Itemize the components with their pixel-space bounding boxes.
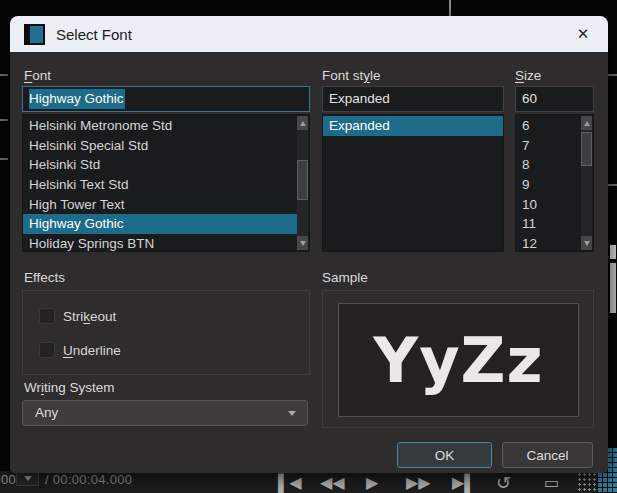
size-list-scrollbar[interactable] (581, 116, 592, 250)
size-label: Size (515, 68, 541, 83)
rewind-icon[interactable]: ◀◀ (320, 475, 345, 491)
screen-icon[interactable]: ▭ (544, 475, 559, 491)
size-list-item[interactable]: 8 (516, 155, 583, 175)
underline-label: Underline (63, 343, 121, 358)
cancel-button[interactable]: Cancel (502, 442, 593, 468)
scroll-up-icon (584, 121, 590, 126)
select-font-dialog: Select Font ✕ Font Highway Gothic Helsin… (10, 16, 608, 473)
dialog-titlebar[interactable]: Select Font ✕ (10, 16, 608, 52)
size-list-item[interactable]: 11 (516, 214, 583, 234)
timeline-tick (0, 158, 8, 160)
font-list: Helsinki Metronome Std Helsinki Special … (22, 114, 310, 252)
font-list-item[interactable]: Helsinki Std (23, 155, 299, 175)
ok-button[interactable]: OK (397, 442, 492, 468)
size-input[interactable]: 60 (515, 86, 594, 112)
size-list-item[interactable]: 6 (516, 116, 583, 136)
font-style-label: Font style (322, 68, 381, 83)
font-list-item[interactable]: Holiday Springs BTN (23, 234, 299, 254)
size-list-item[interactable]: 7 (516, 136, 583, 156)
timeline-tick (608, 74, 617, 76)
underline-checkbox[interactable] (39, 342, 55, 358)
underline-row[interactable]: Underline (39, 342, 121, 358)
scrollbar-thumb[interactable] (297, 160, 308, 200)
sample-groupbox: YyZz (322, 290, 594, 428)
font-list-item[interactable]: Helsinki Metronome Std (23, 116, 299, 136)
scroll-down-button[interactable] (581, 236, 592, 250)
background-scrollbar-thumb[interactable] (610, 263, 616, 313)
font-style-list: Expanded (322, 114, 504, 252)
chevron-down-icon (288, 411, 296, 416)
size-list-item[interactable]: 12 (516, 234, 583, 254)
effects-label: Effects (24, 270, 65, 285)
font-list-item[interactable]: Helsinki Special Std (23, 136, 299, 156)
timecode-dropdown[interactable] (16, 471, 39, 486)
dialog-title: Select Font (56, 26, 132, 43)
font-list-item[interactable]: Helsinki Text Std (23, 175, 299, 195)
font-list-scrollbar[interactable] (297, 116, 308, 250)
screen: 00 / 00:00:04.000 ▌◀ ◀◀ ▶ ▶▶ ▶▌ ↺ ▭ Sele… (0, 0, 617, 493)
loop-icon[interactable]: ↺ (496, 475, 511, 491)
font-style-input[interactable]: Expanded (322, 86, 504, 112)
scrollbar-thumb[interactable] (581, 132, 592, 166)
strikeout-checkbox[interactable] (39, 308, 55, 324)
writing-system-label: Writing System (24, 380, 115, 395)
scroll-up-icon (300, 121, 306, 126)
scroll-up-button[interactable] (297, 116, 308, 130)
timeline-tick (0, 119, 8, 121)
strikeout-label: Strikeout (63, 309, 116, 324)
sample-text: YyZz (373, 324, 543, 397)
chevron-down-icon (24, 476, 32, 481)
fast-forward-icon[interactable]: ▶▶ (406, 475, 431, 491)
scroll-down-icon (584, 241, 590, 246)
font-list-item[interactable]: High Tower Text (23, 195, 299, 215)
font-style-item-selected[interactable]: Expanded (323, 116, 503, 136)
scroll-down-icon (300, 241, 306, 246)
font-list-item-selected[interactable]: Highway Gothic (23, 214, 299, 234)
size-list-item[interactable]: 9 (516, 175, 583, 195)
skip-forward-icon[interactable]: ▶▌ (452, 475, 476, 491)
font-input-selected-text: Highway Gothic (29, 89, 125, 109)
scroll-down-button[interactable] (297, 236, 308, 250)
timecode-total: / 00:00:04.000 (45, 472, 132, 487)
close-icon[interactable]: ✕ (572, 25, 594, 43)
background-scrollbar-thumb[interactable] (610, 245, 616, 259)
writing-system-dropdown[interactable]: Any (22, 400, 308, 426)
timeline-tick (608, 184, 617, 186)
sample-label: Sample (322, 270, 368, 285)
timeline-playhead[interactable] (449, 0, 451, 16)
strikeout-row[interactable]: Strikeout (39, 308, 116, 324)
writing-system-value: Any (35, 405, 58, 420)
app-icon (24, 24, 45, 45)
timeline-tick (0, 74, 8, 76)
play-icon[interactable]: ▶ (366, 475, 378, 491)
font-input[interactable]: Highway Gothic (22, 86, 310, 112)
scroll-up-button[interactable] (581, 116, 592, 130)
sample-preview: YyZz (338, 303, 579, 417)
skip-back-icon[interactable]: ▌◀ (278, 475, 302, 491)
effects-groupbox: Strikeout Underline (22, 290, 310, 375)
font-label: Font (24, 68, 51, 83)
size-list: 6 7 8 9 10 11 12 (515, 114, 594, 252)
timecode-current: 00 (1, 472, 16, 487)
size-list-item[interactable]: 10 (516, 195, 583, 215)
